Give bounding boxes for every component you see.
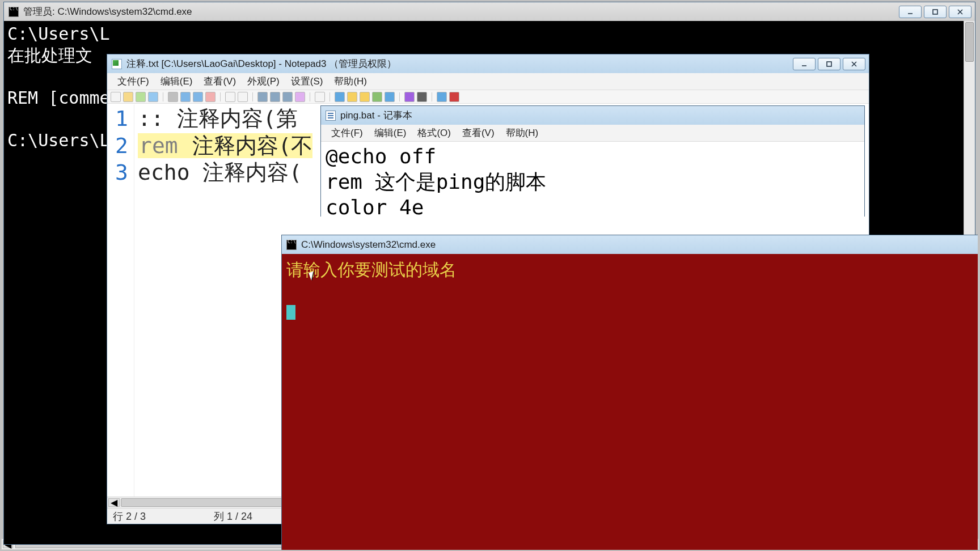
close-button[interactable] bbox=[843, 58, 865, 70]
toolbar-button[interactable] bbox=[168, 92, 178, 102]
notepad-text-area[interactable]: @echo off rem 这个是ping的脚本 color 4e echo 请… bbox=[321, 142, 864, 217]
close-button[interactable] bbox=[949, 6, 971, 18]
toolbar-button[interactable] bbox=[417, 92, 427, 102]
notepad-window: ping.bat - 记事本 文件(F) 编辑(E) 格式(O) 查看(V) 帮… bbox=[320, 105, 865, 217]
menu-file[interactable]: 文件(F) bbox=[112, 74, 155, 89]
toolbar-button[interactable] bbox=[123, 92, 133, 102]
scroll-left-icon[interactable]: ◀ bbox=[108, 498, 120, 507]
toolbar-button[interactable] bbox=[282, 92, 293, 102]
cmd-admin-title: 管理员: C:\Windows\system32\cmd.exe bbox=[23, 5, 899, 18]
notepad3-title: 注释.txt [C:\Users\LaoGai\Desktop] - Notep… bbox=[126, 57, 793, 70]
notepad-title: ping.bat - 记事本 bbox=[340, 109, 861, 122]
toolbar-button[interactable] bbox=[295, 92, 305, 102]
text-line: color 4e bbox=[326, 196, 424, 217]
text-line: rem 这个是ping的脚本 bbox=[326, 170, 546, 193]
status-col: 列 1 / 24 bbox=[214, 510, 252, 523]
notepad-app-icon bbox=[326, 111, 336, 121]
minimize-button[interactable] bbox=[899, 6, 922, 18]
toolbar-separator bbox=[310, 92, 310, 101]
menu-view[interactable]: 查看(V) bbox=[198, 74, 242, 89]
toolbar-button[interactable] bbox=[148, 92, 158, 102]
toolbar-button[interactable] bbox=[347, 92, 357, 102]
toolbar-button[interactable] bbox=[193, 92, 203, 102]
toolbar-button[interactable] bbox=[372, 92, 382, 102]
menu-appearance[interactable]: 外观(P) bbox=[242, 74, 285, 89]
notepad-menubar: 文件(F) 编辑(E) 格式(O) 查看(V) 帮助(H) bbox=[321, 125, 864, 142]
menu-help[interactable]: 帮助(H) bbox=[500, 125, 544, 141]
toolbar-button[interactable] bbox=[225, 92, 235, 102]
cmd-line: C:\Users\L bbox=[7, 130, 110, 150]
toolbar-button[interactable] bbox=[205, 92, 216, 102]
menu-view[interactable]: 查看(V) bbox=[457, 125, 500, 141]
menu-file[interactable]: 文件(F) bbox=[326, 125, 369, 141]
toolbar-separator bbox=[330, 92, 330, 101]
cmd-admin-titlebar[interactable]: 管理员: C:\Windows\system32\cmd.exe bbox=[4, 2, 975, 21]
notepad3-toolbar bbox=[107, 90, 869, 104]
toolbar-separator bbox=[252, 92, 253, 101]
toolbar-button[interactable] bbox=[449, 92, 459, 102]
menu-edit[interactable]: 编辑(E) bbox=[155, 74, 198, 89]
cmd-icon bbox=[9, 7, 19, 17]
cmd-line: REM [comme bbox=[7, 88, 110, 108]
text-line: @echo off bbox=[326, 145, 436, 168]
notepad-titlebar[interactable]: ping.bat - 记事本 bbox=[321, 106, 864, 125]
toolbar-button[interactable] bbox=[136, 92, 146, 102]
menu-help[interactable]: 帮助(H) bbox=[328, 74, 373, 89]
keyword-rem: rem bbox=[138, 133, 179, 158]
cmd-color-titlebar[interactable]: C:\Windows\system32\cmd.exe bbox=[282, 235, 978, 254]
cmd-color-title: C:\Windows\system32\cmd.exe bbox=[301, 239, 974, 251]
toolbar-separator bbox=[432, 92, 432, 101]
toolbar-button[interactable] bbox=[404, 92, 415, 102]
svg-rect-1 bbox=[933, 10, 937, 14]
line-number: 2 bbox=[109, 133, 128, 160]
scrollbar-thumb[interactable] bbox=[965, 22, 974, 62]
line-number: 3 bbox=[109, 159, 128, 187]
minimize-button[interactable] bbox=[793, 58, 816, 70]
cmd-color-window: C:\Windows\system32\cmd.exe 请输入你要测试的域名 bbox=[281, 235, 978, 550]
maximize-button[interactable] bbox=[924, 6, 947, 18]
svg-rect-5 bbox=[827, 62, 831, 66]
toolbar-separator bbox=[163, 92, 163, 101]
cmd-line: 在批处理文 bbox=[7, 45, 92, 65]
input-cursor bbox=[286, 305, 295, 320]
menu-format[interactable]: 格式(O) bbox=[412, 125, 457, 141]
cmd-color-output[interactable]: 请输入你要测试的域名 bbox=[282, 254, 978, 550]
status-row: 行 2 / 3 bbox=[113, 510, 146, 523]
toolbar-separator bbox=[399, 92, 400, 101]
notepad3-app-icon bbox=[112, 59, 122, 69]
notepad3-menubar: 文件(F) 编辑(E) 查看(V) 外观(P) 设置(S) 帮助(H) bbox=[107, 73, 869, 90]
toolbar-button[interactable] bbox=[335, 92, 345, 102]
line-number-gutter: 1 2 3 bbox=[107, 104, 134, 497]
toolbar-button[interactable] bbox=[270, 92, 280, 102]
toolbar-button[interactable] bbox=[437, 92, 447, 102]
toolbar-button[interactable] bbox=[238, 92, 248, 102]
toolbar-button[interactable] bbox=[257, 92, 268, 102]
toolbar-button[interactable] bbox=[385, 92, 395, 102]
toolbar-separator bbox=[220, 92, 221, 101]
maximize-button[interactable] bbox=[818, 58, 840, 70]
cmd-icon bbox=[286, 240, 297, 250]
line-number: 1 bbox=[109, 105, 128, 133]
menu-edit[interactable]: 编辑(E) bbox=[369, 125, 412, 141]
toolbar-button[interactable] bbox=[180, 92, 191, 102]
menu-settings[interactable]: 设置(S) bbox=[285, 74, 329, 89]
toolbar-button[interactable] bbox=[315, 92, 325, 102]
notepad3-titlebar[interactable]: 注释.txt [C:\Users\LaoGai\Desktop] - Notep… bbox=[107, 54, 869, 73]
cmd-line: C:\Users\L bbox=[7, 24, 110, 44]
toolbar-button[interactable] bbox=[111, 92, 121, 102]
toolbar-button[interactable] bbox=[360, 92, 370, 102]
